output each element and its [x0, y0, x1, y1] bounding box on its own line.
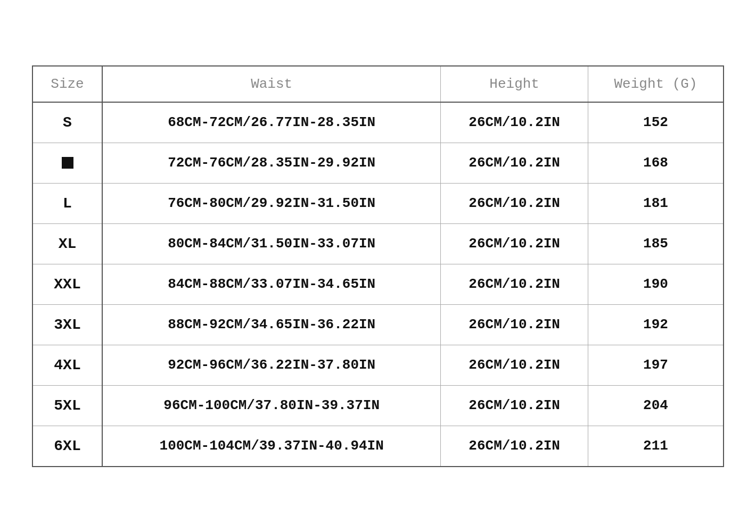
size-chart-table: Size Waist Height Weight (G) S68CM-72CM/… [33, 66, 723, 466]
cell-height: 26CM/10.2IN [441, 143, 588, 183]
table-header-row: Size Waist Height Weight (G) [33, 66, 723, 102]
cell-weight: 168 [588, 143, 723, 183]
cell-weight: 197 [588, 345, 723, 385]
size-chart-container: Size Waist Height Weight (G) S68CM-72CM/… [32, 65, 724, 467]
cell-waist: 84CM-88CM/33.07IN-34.65IN [102, 264, 441, 304]
cell-height: 26CM/10.2IN [441, 385, 588, 426]
cell-waist: 76CM-80CM/29.92IN-31.50IN [102, 183, 441, 223]
cell-size: XL [33, 223, 102, 264]
table-row: XXL84CM-88CM/33.07IN-34.65IN26CM/10.2IN1… [33, 264, 723, 304]
cell-size: 3XL [33, 304, 102, 345]
cell-height: 26CM/10.2IN [441, 345, 588, 385]
table-row: S68CM-72CM/26.77IN-28.35IN26CM/10.2IN152 [33, 102, 723, 143]
cell-height: 26CM/10.2IN [441, 304, 588, 345]
header-weight: Weight (G) [588, 66, 723, 102]
cell-size: XXL [33, 264, 102, 304]
header-height: Height [441, 66, 588, 102]
table-row: 6XL100CM-104CM/39.37IN-40.94IN26CM/10.2I… [33, 426, 723, 466]
table-row: 5XL96CM-100CM/37.80IN-39.37IN26CM/10.2IN… [33, 385, 723, 426]
table-row: L76CM-80CM/29.92IN-31.50IN26CM/10.2IN181 [33, 183, 723, 223]
cell-weight: 185 [588, 223, 723, 264]
cell-waist: 72CM-76CM/28.35IN-29.92IN [102, 143, 441, 183]
cell-waist: 88CM-92CM/34.65IN-36.22IN [102, 304, 441, 345]
cell-weight: 204 [588, 385, 723, 426]
cell-weight: 211 [588, 426, 723, 466]
cell-waist: 80CM-84CM/31.50IN-33.07IN [102, 223, 441, 264]
cell-weight: 190 [588, 264, 723, 304]
cell-weight: 192 [588, 304, 723, 345]
cell-waist: 96CM-100CM/37.80IN-39.37IN [102, 385, 441, 426]
cell-height: 26CM/10.2IN [441, 183, 588, 223]
cell-size: 4XL [33, 345, 102, 385]
cell-size: S [33, 102, 102, 143]
table-row: 3XL88CM-92CM/34.65IN-36.22IN26CM/10.2IN1… [33, 304, 723, 345]
cell-height: 26CM/10.2IN [441, 223, 588, 264]
cell-weight: 181 [588, 183, 723, 223]
cell-weight: 152 [588, 102, 723, 143]
cell-waist: 92CM-96CM/36.22IN-37.80IN [102, 345, 441, 385]
cell-height: 26CM/10.2IN [441, 264, 588, 304]
table-row: 4XL92CM-96CM/36.22IN-37.80IN26CM/10.2IN1… [33, 345, 723, 385]
cell-waist: 100CM-104CM/39.37IN-40.94IN [102, 426, 441, 466]
cell-height: 26CM/10.2IN [441, 102, 588, 143]
cell-height: 26CM/10.2IN [441, 426, 588, 466]
header-size: Size [33, 66, 102, 102]
cell-size: 6XL [33, 426, 102, 466]
cell-size [33, 143, 102, 183]
table-row: XL80CM-84CM/31.50IN-33.07IN26CM/10.2IN18… [33, 223, 723, 264]
cell-size: 5XL [33, 385, 102, 426]
cell-size: L [33, 183, 102, 223]
header-waist: Waist [102, 66, 441, 102]
cell-waist: 68CM-72CM/26.77IN-28.35IN [102, 102, 441, 143]
table-row: 72CM-76CM/28.35IN-29.92IN26CM/10.2IN168 [33, 143, 723, 183]
